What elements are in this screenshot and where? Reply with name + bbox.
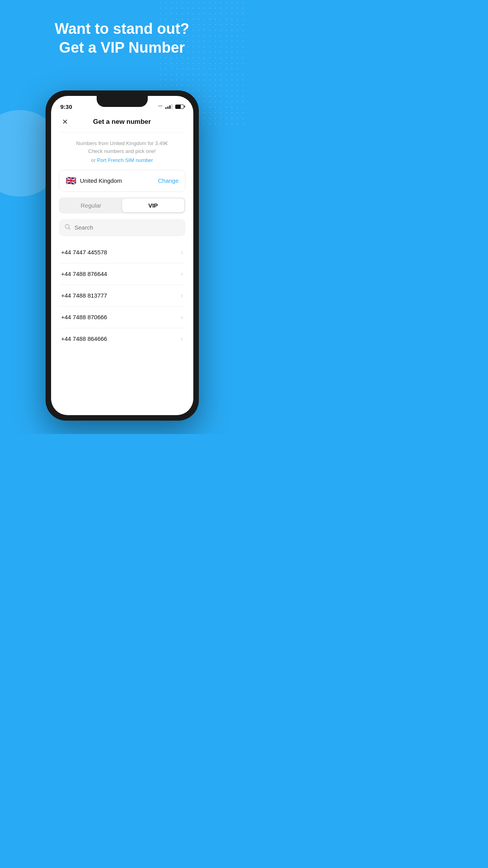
search-input[interactable]	[75, 224, 180, 231]
hero-line1: Want to stand out?	[24, 20, 220, 39]
port-sim-link[interactable]: Port French SIM number	[97, 157, 153, 163]
change-country-button[interactable]: Change	[158, 177, 179, 184]
chevron-right-icon: ›	[181, 292, 183, 299]
signal-icon	[165, 104, 172, 109]
country-selector[interactable]: 🇬🇧 United Kingdom Change	[59, 170, 185, 192]
search-bar[interactable]	[59, 219, 185, 236]
phone-mockup: 9:30	[46, 90, 199, 421]
header-title: Get a new number	[93, 118, 151, 126]
status-icons	[157, 104, 184, 109]
subtitle-line2: Check numbers and pick one!	[63, 147, 182, 155]
number-text: +44 7488 876644	[61, 270, 107, 277]
tab-vip[interactable]: VIP	[122, 199, 184, 212]
country-flag: 🇬🇧	[66, 176, 76, 186]
svg-line-1	[69, 228, 70, 230]
hero-text: Want to stand out? Get a VIP Number	[0, 20, 244, 57]
hero-line2: Get a VIP Number	[24, 39, 220, 57]
number-item[interactable]: +44 7488 876644 ›	[59, 263, 185, 285]
app-header: ✕ Get a new number	[59, 113, 185, 132]
subtitle-line1: Numbers from United Kingdom for 3.49€	[63, 140, 182, 147]
number-text: +44 7488 870666	[61, 314, 107, 320]
status-time: 9:30	[61, 103, 72, 110]
number-list: +44 7447 445578 › +44 7488 876644 › +44 …	[59, 242, 185, 349]
number-text: +44 7488 864666	[61, 335, 107, 342]
tab-regular[interactable]: Regular	[60, 199, 122, 212]
chevron-right-icon: ›	[181, 249, 183, 256]
number-item[interactable]: +44 7488 864666 ›	[59, 328, 185, 349]
number-text: +44 7488 813777	[61, 292, 107, 299]
screen-content: ✕ Get a new number Numbers from United K…	[51, 113, 193, 349]
search-icon	[64, 224, 71, 232]
wifi-icon	[157, 104, 163, 109]
chevron-right-icon: ›	[181, 335, 183, 342]
chevron-right-icon: ›	[181, 314, 183, 321]
or-text: or	[91, 157, 97, 163]
tab-toggle: Regular VIP	[59, 197, 185, 213]
phone-notch	[97, 96, 148, 107]
subtitle-area: Numbers from United Kingdom for 3.49€ Ch…	[59, 132, 185, 170]
number-item[interactable]: +44 7488 870666 ›	[59, 307, 185, 328]
battery-icon	[175, 105, 184, 109]
country-info: 🇬🇧 United Kingdom	[66, 176, 122, 186]
country-name: United Kingdom	[80, 177, 122, 184]
chevron-right-icon: ›	[181, 270, 183, 278]
close-button[interactable]: ✕	[59, 116, 72, 128]
number-item[interactable]: +44 7488 813777 ›	[59, 285, 185, 307]
phone-screen: 9:30	[51, 96, 193, 415]
number-item[interactable]: +44 7447 445578 ›	[59, 242, 185, 263]
number-text: +44 7447 445578	[61, 249, 107, 256]
